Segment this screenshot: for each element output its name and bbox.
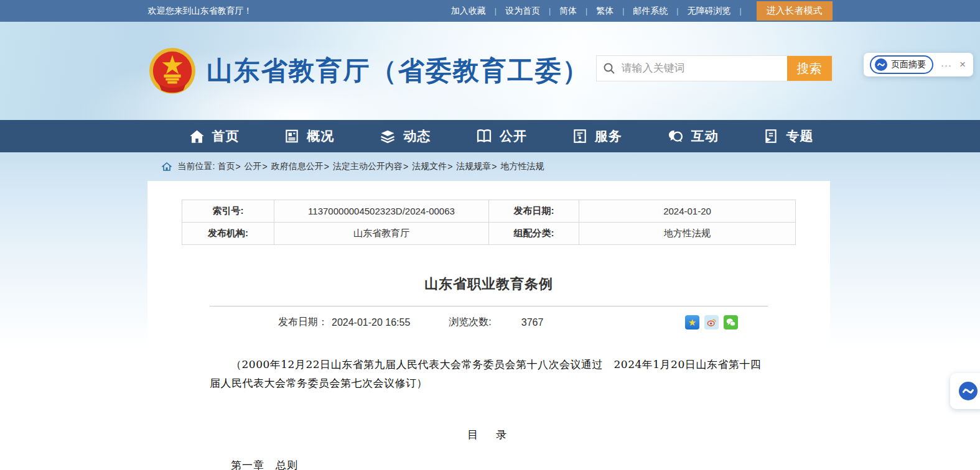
breadcrumb-item-statutory[interactable]: 法定主动公开内容	[333, 161, 403, 172]
table-row: 发布机构: 山东省教育厅 组配分类: 地方性法规	[182, 223, 796, 245]
nav-item-overview[interactable]: 概况	[284, 127, 334, 145]
wechat-icon[interactable]	[724, 315, 738, 329]
page-summary-widget: 页面摘要 ··· ×	[864, 53, 973, 76]
separator: |	[549, 7, 551, 16]
breadcrumb-separator: >	[492, 162, 497, 172]
add-favorite-link[interactable]: 加入收藏	[449, 6, 488, 17]
breadcrumb-separator: >	[263, 162, 268, 172]
qzone-icon[interactable]: ★	[685, 315, 699, 329]
nav-label: 互动	[691, 127, 719, 145]
site-header: 山东省教育厅（省委教育工委） 搜索	[0, 22, 980, 120]
widget-close-icon[interactable]: ×	[959, 58, 966, 71]
article-title: 山东省职业教育条例	[182, 275, 796, 293]
issuing-agency-label: 发布机构:	[182, 223, 274, 245]
mail-system-link[interactable]: 邮件系统	[630, 6, 670, 17]
document-info-table: 索引号: 11370000004502323D/2024-00063 发布日期:…	[182, 200, 796, 245]
breadcrumb-item-regulations[interactable]: 法规规章	[456, 161, 491, 172]
nav-label: 公开	[500, 127, 527, 145]
enactment-note: （2000年12月22日山东省第九届人民代表大会常务委员会第十八次会议通过 20…	[210, 356, 768, 393]
overview-icon	[284, 128, 300, 144]
nav-label: 概况	[307, 127, 334, 145]
accessibility-link[interactable]: 无障碍浏览	[684, 6, 733, 17]
breadcrumb-separator: >	[447, 162, 452, 172]
breadcrumb-prefix: 当前位置:	[178, 161, 215, 172]
publish-date-value: 2024-01-20	[579, 200, 796, 223]
article-body: （2000年12月22日山东省第九届人民代表大会常务委员会第十八次会议通过 20…	[182, 356, 796, 470]
national-emblem-logo	[148, 47, 197, 95]
index-number-label: 索引号:	[182, 200, 274, 223]
separator: |	[495, 7, 497, 16]
nav-item-special-topic[interactable]: 专题	[763, 127, 813, 145]
search-icon	[597, 56, 622, 81]
site-title: 山东省教育厅（省委教育工委）	[207, 53, 590, 88]
disclosure-icon	[475, 127, 493, 145]
category-label: 组配分类:	[489, 223, 579, 245]
publish-date-label: 发布日期:	[489, 200, 579, 223]
separator: |	[676, 7, 678, 16]
ai-assistant-icon	[875, 58, 887, 71]
simplified-chinese-link[interactable]: 简体	[557, 6, 579, 17]
breadcrumb: 当前位置: 首页> 公开> 政府信息公开> 法定主动公开内容> 法规文件> 法规…	[148, 152, 833, 181]
share-bar: ★	[685, 315, 738, 329]
top-utility-bar: 欢迎您来到山东省教育厅！ 加入收藏 | 设为首页 | 简体 | 繁体 | 邮件系…	[0, 0, 980, 22]
breadcrumb-separator: >	[324, 162, 329, 172]
nav-item-disclosure[interactable]: 公开	[475, 127, 527, 145]
interaction-icon	[667, 127, 684, 145]
elder-mode-button[interactable]: 进入长者模式	[757, 1, 833, 21]
page-summary-label: 页面摘要	[891, 59, 926, 70]
page-assistant-button[interactable]	[950, 373, 980, 409]
breadcrumb-separator: >	[403, 162, 408, 172]
nav-label: 首页	[212, 127, 240, 145]
breadcrumb-item-disclosure[interactable]: 公开	[245, 161, 262, 172]
separator: |	[739, 7, 741, 16]
main-navigation: 首页 概况 动态 公开 服务 互动 专题	[0, 120, 980, 152]
nav-label: 动态	[403, 127, 431, 145]
service-icon	[572, 128, 588, 144]
breadcrumb-item-gov-info[interactable]: 政府信息公开	[271, 161, 324, 172]
special-topic-icon	[763, 128, 779, 144]
nav-item-home[interactable]: 首页	[189, 127, 240, 145]
widget-more-icon[interactable]: ···	[941, 60, 952, 70]
search-button[interactable]: 搜索	[787, 56, 832, 81]
home-icon[interactable]	[162, 162, 172, 172]
set-homepage-link[interactable]: 设为首页	[503, 6, 543, 17]
traditional-chinese-link[interactable]: 繁体	[594, 6, 616, 17]
toc-item-chapter1: 第一章 总则	[210, 458, 768, 470]
search-input[interactable]	[622, 56, 787, 81]
weibo-icon[interactable]	[704, 315, 719, 329]
title-divider	[210, 306, 768, 306]
top-links: 加入收藏 | 设为首页 | 简体 | 繁体 | 邮件系统 | 无障碍浏览 | 进…	[449, 0, 833, 22]
nav-item-service[interactable]: 服务	[572, 127, 622, 145]
publish-date-meta-value: 2024-01-20 16:55	[332, 317, 410, 328]
content-card: 索引号: 11370000004502323D/2024-00063 发布日期:…	[147, 181, 830, 470]
category-value: 地方性法规	[579, 223, 796, 245]
welcome-text: 欢迎您来到山东省教育厅！	[148, 6, 253, 17]
ai-assistant-icon	[959, 382, 978, 400]
home-icon	[189, 128, 205, 145]
view-count-value: 3767	[521, 317, 544, 328]
site-brand[interactable]: 山东省教育厅（省委教育工委）	[148, 47, 590, 95]
breadcrumb-item-local-regulations[interactable]: 地方性法规	[501, 161, 544, 172]
view-count-label: 浏览次数:	[449, 316, 491, 329]
separator: |	[622, 7, 624, 16]
issuing-agency-value: 山东省教育厅	[274, 223, 489, 245]
separator: |	[586, 7, 587, 16]
breadcrumb-separator: >	[235, 162, 240, 172]
page-body: 当前位置: 首页> 公开> 政府信息公开> 法定主动公开内容> 法规文件> 法规…	[0, 152, 980, 470]
toc-title: 目 录	[210, 428, 768, 442]
page-summary-button[interactable]: 页面摘要	[870, 55, 933, 74]
nav-label: 服务	[595, 127, 622, 145]
news-icon	[379, 127, 396, 145]
nav-item-news[interactable]: 动态	[379, 127, 431, 145]
table-row: 索引号: 11370000004502323D/2024-00063 发布日期:…	[182, 200, 796, 223]
index-number-value: 11370000004502323D/2024-00063	[274, 200, 489, 223]
breadcrumb-item-home[interactable]: 首页	[217, 161, 235, 172]
breadcrumb-item-regulation-files[interactable]: 法规文件	[412, 161, 447, 172]
site-search: 搜索	[596, 55, 833, 81]
publish-date-meta-label: 发布日期：	[278, 316, 328, 329]
nav-label: 专题	[786, 127, 813, 145]
article-meta: 发布日期： 2024-01-20 16:55 浏览次数: 3767 ★	[210, 315, 768, 329]
nav-item-interaction[interactable]: 互动	[667, 127, 719, 145]
